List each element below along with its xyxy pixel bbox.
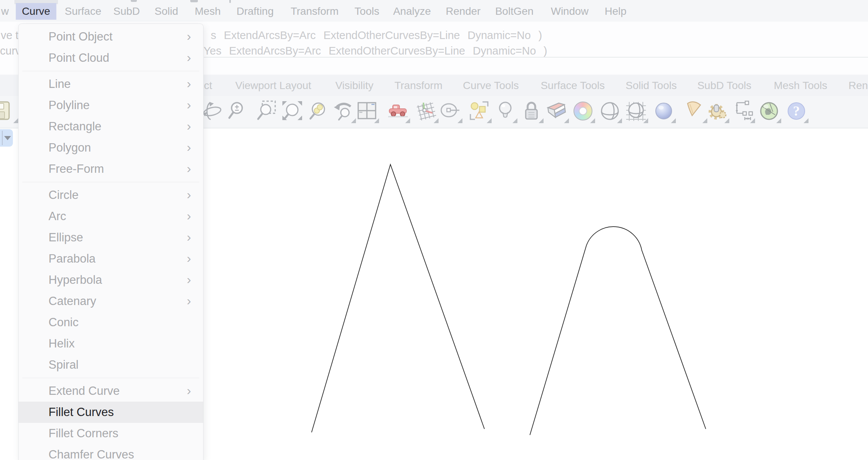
submenu-chevron-icon: › bbox=[187, 74, 191, 95]
submenu-chevron-icon: › bbox=[187, 158, 191, 180]
menu-item-catenary[interactable]: Catenary › bbox=[19, 291, 203, 312]
submenu-chevron-icon: › bbox=[187, 206, 191, 227]
help-question-icon[interactable]: ? bbox=[786, 100, 807, 122]
zoom-extents-icon[interactable] bbox=[282, 100, 303, 122]
tab-select-partial[interactable]: ct bbox=[204, 79, 212, 92]
menu-item-chamfer-curves[interactable]: Chamfer Curves bbox=[19, 444, 203, 460]
menu-item-label: Polyline bbox=[49, 99, 90, 112]
command-area-divider bbox=[204, 57, 868, 58]
menu-item-label: Extend Curve bbox=[49, 384, 120, 397]
raytrace-blue-sphere-icon[interactable] bbox=[653, 100, 674, 122]
viewport-layout-icon[interactable] bbox=[356, 100, 378, 122]
menubar-item-subd[interactable]: SubD bbox=[107, 3, 146, 20]
menubar-item-mesh[interactable]: Mesh bbox=[189, 3, 227, 20]
menu-item-parabola[interactable]: Parabola › bbox=[19, 248, 203, 269]
spotlight-cone-icon[interactable] bbox=[685, 100, 706, 122]
flyout-indicator bbox=[374, 118, 379, 123]
menu-item-label: Circle bbox=[49, 188, 78, 202]
zoom-dynamic-icon[interactable] bbox=[228, 100, 249, 122]
svg-text:?: ? bbox=[793, 103, 800, 119]
menu-item-spiral[interactable]: Spiral bbox=[19, 354, 203, 376]
earth-globe-icon[interactable] bbox=[758, 100, 780, 122]
flyout-indicator bbox=[539, 118, 544, 123]
viewport-title-dropdown[interactable] bbox=[0, 129, 13, 147]
named-view-car-icon[interactable] bbox=[387, 100, 409, 122]
menu-item-label: Helix bbox=[49, 337, 75, 350]
render-sphere-icon[interactable] bbox=[599, 100, 620, 122]
tab-surface-tools[interactable]: Surface Tools bbox=[541, 79, 605, 92]
menu-item-conic[interactable]: Conic bbox=[19, 312, 203, 333]
menubar-item-render[interactable]: Render bbox=[440, 3, 487, 20]
lightbulb-icon[interactable] bbox=[495, 100, 516, 122]
app-window: w Curve Surface SubD Solid Mesh Drafting… bbox=[0, 0, 868, 460]
set-view-icon[interactable] bbox=[440, 100, 461, 122]
menu-item-fillet-corners[interactable]: Fillet Corners bbox=[19, 423, 203, 444]
color-wheel-icon[interactable] bbox=[572, 100, 594, 122]
menu-item-arc[interactable]: Arc › bbox=[19, 206, 203, 227]
menu-item-extend-curve[interactable]: Extend Curve › bbox=[19, 380, 203, 402]
cplane-grid-icon[interactable] bbox=[416, 100, 437, 122]
menu-item-ellipse[interactable]: Ellipse › bbox=[19, 227, 203, 248]
menu-item-circle[interactable]: Circle › bbox=[19, 185, 203, 206]
flyout-indicator bbox=[13, 118, 18, 123]
menubar-item-solid[interactable]: Solid bbox=[149, 3, 184, 20]
tab-visibility[interactable]: Visibility bbox=[335, 79, 374, 92]
cropped-glyph-fragment bbox=[190, 0, 198, 2]
menu-item-label: Point Cloud bbox=[49, 51, 109, 64]
menu-item-hyperbola[interactable]: Hyperbola › bbox=[19, 269, 203, 291]
zoom-selected-icon[interactable] bbox=[308, 100, 329, 122]
tab-mesh-tools[interactable]: Mesh Tools bbox=[774, 79, 827, 92]
undo-view-change-icon[interactable] bbox=[333, 100, 354, 122]
menu-item-rectangle[interactable]: Rectangle › bbox=[19, 116, 203, 137]
menu-item-point-cloud[interactable]: Point Cloud › bbox=[19, 47, 203, 69]
flyout-indicator bbox=[776, 118, 781, 123]
menubar-item-transform[interactable]: Transform bbox=[285, 3, 345, 20]
dimension-icon[interactable] bbox=[732, 100, 754, 122]
save-icon[interactable] bbox=[0, 100, 17, 122]
menu-separator bbox=[22, 71, 199, 71]
rotate-view-icon[interactable] bbox=[202, 100, 223, 122]
zoom-window-icon[interactable] bbox=[256, 100, 277, 122]
submenu-chevron-icon: › bbox=[187, 291, 191, 312]
menu-item-fillet-curves[interactable]: Fillet Curves bbox=[19, 402, 203, 423]
menubar-item-analyze[interactable]: Analyze bbox=[387, 3, 437, 20]
options-gears-icon[interactable] bbox=[707, 100, 728, 122]
menubar-item-surface[interactable]: Surface bbox=[59, 3, 108, 20]
shaded-sphere-grid-icon[interactable] bbox=[625, 100, 647, 122]
menu-item-label: Arc bbox=[49, 210, 66, 223]
menubar-item-tools[interactable]: Tools bbox=[348, 3, 385, 20]
menubar-item-window[interactable]: Window bbox=[545, 3, 595, 20]
curve-menu-panel: Point Object › Point Cloud › Line › Poly… bbox=[18, 23, 204, 460]
selection-filter-icon[interactable] bbox=[469, 100, 490, 122]
menu-item-label: Parabola bbox=[49, 252, 96, 265]
submenu-chevron-icon: › bbox=[187, 95, 191, 116]
menu-item-label: Free-Form bbox=[49, 162, 104, 175]
submenu-chevron-icon: › bbox=[187, 47, 191, 69]
flyout-indicator bbox=[512, 118, 517, 123]
menubar-item-boltgen[interactable]: BoltGen bbox=[489, 3, 539, 20]
menu-item-label: Fillet Curves bbox=[49, 405, 114, 419]
layer-cake-icon[interactable] bbox=[546, 100, 567, 122]
menu-item-helix[interactable]: Helix bbox=[19, 333, 203, 354]
menu-item-polyline[interactable]: Polyline › bbox=[19, 95, 203, 116]
menu-item-free-form[interactable]: Free-Form › bbox=[19, 158, 203, 180]
tab-curve-tools[interactable]: Curve Tools bbox=[463, 79, 519, 92]
tab-render-tools-partial[interactable]: Rend bbox=[849, 79, 868, 92]
submenu-chevron-icon: › bbox=[187, 227, 191, 248]
tab-transform[interactable]: Transform bbox=[395, 79, 443, 92]
flyout-indicator bbox=[458, 118, 462, 123]
flyout-indicator bbox=[434, 118, 439, 123]
lock-icon[interactable] bbox=[521, 100, 542, 122]
menubar-item-curve[interactable]: Curve bbox=[16, 3, 56, 20]
menu-item-line[interactable]: Line › bbox=[19, 74, 203, 95]
tab-viewport-layout[interactable]: Viewport Layout bbox=[235, 79, 311, 92]
menubar-item-view-partial[interactable]: w bbox=[0, 3, 15, 20]
tab-subd-tools[interactable]: SubD Tools bbox=[697, 79, 752, 92]
menubar-item-help[interactable]: Help bbox=[599, 3, 633, 20]
menu-item-label: Fillet Corners bbox=[49, 427, 118, 440]
menu-item-polygon[interactable]: Polygon › bbox=[19, 137, 203, 158]
submenu-chevron-icon: › bbox=[187, 137, 191, 158]
menu-item-point-object[interactable]: Point Object › bbox=[19, 26, 203, 47]
menubar-item-drafting[interactable]: Drafting bbox=[230, 3, 280, 20]
tab-solid-tools[interactable]: Solid Tools bbox=[626, 79, 677, 92]
